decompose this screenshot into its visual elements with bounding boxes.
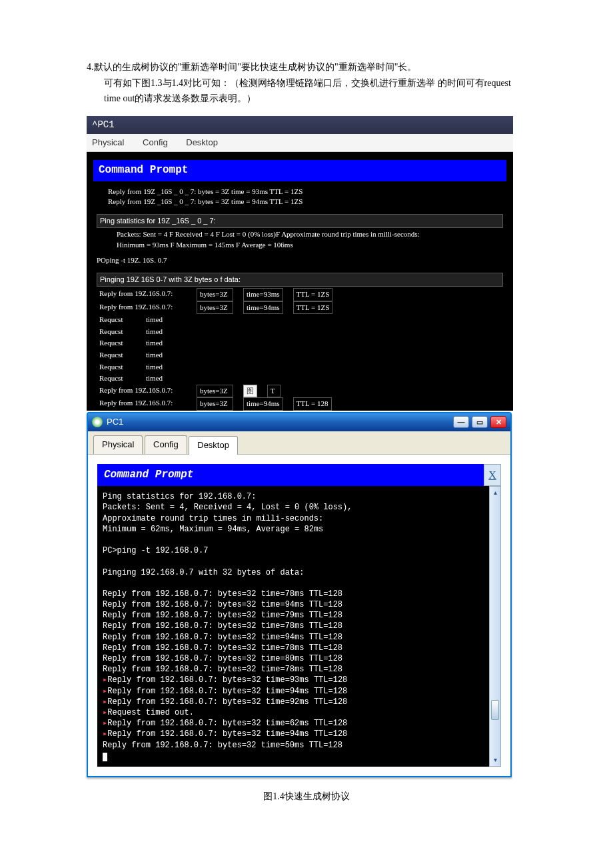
w2-title: PC1 [107,415,123,429]
ping-command: POping -t 19Z. 16S. 0.7 [93,255,506,265]
w1-command-prompt: Command Prompt Reply from 19Z _16S _ 0 _… [87,152,513,411]
terminal-line [103,556,484,567]
reply-time: time=94ms [243,301,283,315]
reply-host: Reply from 19Z.16S.0.7: [97,288,187,301]
reply-ttl: T [267,385,281,398]
tab-config[interactable]: Config [143,136,184,150]
scroll-thumb[interactable] [491,700,499,720]
terminal-line [103,578,484,589]
timeout-row: Requcst timed [93,326,506,338]
window-controls: — ▭ ✕ [453,416,506,428]
w2-inner: Command Prompt X Ping statistics for 192… [88,455,510,776]
terminal-line: Approximate round trip times in milli-se… [103,513,484,524]
terminal-line: Packets: Sent = 4, Received = 4, Lost = … [103,502,484,513]
tab-physical[interactable]: Physical [92,136,140,150]
terminal-line: Reply from 192.168.0.7: bytes=32 time=78… [103,664,484,675]
scroll-down-icon[interactable]: ▾ [490,754,500,766]
terminal-line: Reply from 192.168.0.7: bytes=32 time=78… [103,589,484,599]
tab-desktop[interactable]: Desktop [186,136,234,150]
window-pc1-b: PC1 — ▭ ✕ Physical Config Desktop Comman… [87,412,512,777]
image-placeholder-icon: 图 [243,385,257,398]
reply-bytes: bytes=3Z [197,301,233,315]
terminal-line: Ping statistics for 192.168.0.7: [103,491,484,502]
timeout-b: timed [143,337,180,349]
cmd-close-x[interactable]: X [484,464,501,487]
terminal-cursor-line [103,751,484,761]
timeout-b: timed [143,361,180,373]
reply-ttl: TTL = 128 [293,397,332,411]
ping-stats-line2: Hinimum = 93ms F Maximum = 145ms F Avera… [93,240,506,250]
figure-caption: 图1.4快速生成树协议 [87,789,526,804]
maximize-button[interactable]: ▭ [472,416,488,428]
reply-host: Reply from 19Z.16S.0.7: [97,397,187,411]
terminal-line: Reply from 19Z _16S _ 0 _ 7: bytes = 3Z … [93,187,506,197]
terminal-line: Reply from 192.168.0.7: bytes=32 time=78… [103,643,484,653]
terminal-line-annotated: ▸Request timed out. [103,707,484,718]
reply-host: Reply from 19Z.16S.0.7: [97,301,187,315]
ping-stats-line: Packets: Sent = 4 F Received = 4 F Lost … [93,229,506,239]
terminal-line-annotated: ▸Reply from 192.168.0.7: bytes=32 time=9… [103,729,484,739]
cmd-title: Command Prompt [93,160,506,181]
timeout-a: Requcst [97,337,133,349]
reply-ttl: TTL = 1ZS [293,288,333,301]
pc-icon [92,417,103,427]
w2-titlebar[interactable]: PC1 — ▭ ✕ [88,413,510,431]
terminal-line: PC>ping -t 192.168.0.7 [103,545,484,556]
terminal-line: Reply from 192.168.0.7: bytes=32 time=78… [103,621,484,631]
timeout-row: Requcst timed [93,361,506,373]
timeout-row: Requcst timed [93,337,506,349]
cursor-icon [103,753,107,761]
timeout-row: Requcst timed [93,349,506,361]
terminal-output[interactable]: Ping statistics for 192.168.0.7: Packets… [97,486,489,767]
tab-config[interactable]: Config [145,435,187,454]
terminal-line: Reply from 192.168.0.7: bytes=32 time=50… [103,740,484,751]
w2-tabs: Physical Config Desktop [88,431,510,455]
terminal-line: Reply from 192.168.0.7: bytes=32 time=94… [103,632,484,643]
timeout-a: Requcst [97,361,133,373]
timeout-row: Requcst timed [93,314,506,326]
terminal-line: Minimum = 62ms, Maximum = 94ms, Average … [103,524,484,535]
pinging-line: Pinging 19Z 16S 0-7 with 3Z bytes o f da… [97,273,503,287]
tab-desktop[interactable]: Desktop [189,436,238,455]
reply-bytes: bytes=3Z [197,385,233,398]
timeout-a: Requcst [97,314,133,326]
terminal-line: Reply from 192.168.0.7: bytes=32 time=79… [103,610,484,621]
reply-row: Reply from 19Z.16S.0.7: bytes=3Z 图 T [93,385,506,398]
scroll-up-icon[interactable]: ▴ [490,487,500,499]
reply-row: Reply from 19Z.16S.0.7: bytes=3Z time=94… [93,397,506,411]
timeout-a: Requcst [97,373,133,385]
reply-time: time=93ms [243,288,283,301]
timeout-a: Requcst [97,326,133,338]
terminal-line-annotated: ▸Reply from 192.168.0.7: bytes=32 time=9… [103,686,484,697]
reply-host: Reply from 19Z.16S.0.7: [97,385,187,398]
w1-titlebar[interactable]: ^PC1 [87,116,513,133]
terminal-line: Reply from 192.168.0.7: bytes=32 time=94… [103,599,484,610]
timeout-b: timed [143,373,180,385]
terminal-line-annotated: ▸Reply from 192.168.0.7: bytes=32 time=6… [103,718,484,729]
minimize-button[interactable]: — [453,416,469,428]
terminal-line-annotated: ▸Reply from 192.168.0.7: bytes=32 time=9… [103,697,484,707]
terminal-line: Pinging 192.168.0.7 with 32 bytes of dat… [103,567,484,578]
terminal-line: Reply from 192.168.0.7: bytes=32 time=80… [103,653,484,664]
terminal-line [103,535,484,545]
reply-bytes: bytes=3Z [197,397,233,411]
reply-row: Reply from 19Z.16S.0.7: bytes=3Z time=93… [93,288,506,301]
timeout-b: timed [143,349,180,361]
w1-tabs: Physical Config Desktop [87,134,513,153]
tab-physical[interactable]: Physical [93,435,143,454]
timeout-b: timed [143,314,180,326]
timeout-a: Requcst [97,349,133,361]
cmd-title: Command Prompt [97,464,484,487]
reply-row: Reply from 19Z.16S.0.7: bytes=3Z time=94… [93,301,506,315]
reply-time: time=94ms [243,397,283,411]
terminal-line-annotated: ▸Reply from 192.168.0.7: bytes=32 time=9… [103,675,484,685]
reply-bytes: bytes=3Z [197,288,233,301]
close-button[interactable]: ✕ [490,416,506,428]
timeout-b: timed [143,326,180,338]
ping-stats-header: Ping statistics for 19Z _16S _ 0 _ 7: [97,214,503,229]
terminal-line: Reply from 19Z _16S _ 0 _ 7: bytes = 3Z … [93,197,506,207]
intro-line2: 可有如下图1.3与1.4对比可知：（检测网络物理链路端口后，交换机进行重新选举 … [87,76,526,106]
intro-line1: 4.默认的生成树协议的"重新选举时间"要比快速生成树协议的"重新选举时间"长。 [87,60,526,75]
reply-ttl: TTL = 1ZS [293,301,333,315]
scrollbar[interactable]: ▴ ▾ [489,486,501,767]
